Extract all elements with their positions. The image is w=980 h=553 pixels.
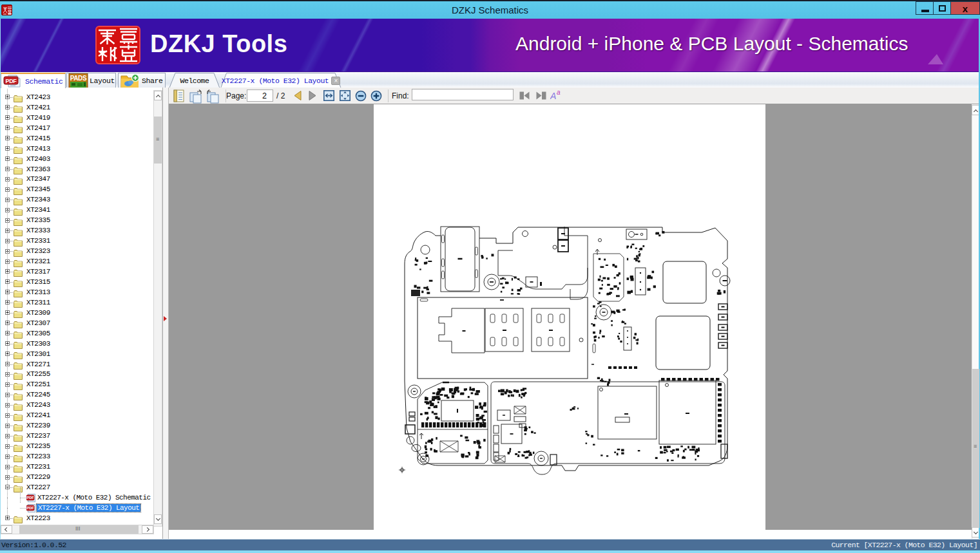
svg-text:A: A: [550, 91, 556, 101]
svg-text:PDF: PDF: [26, 506, 34, 510]
svg-text:PADS: PADS: [70, 75, 87, 82]
svg-text:PDF: PDF: [26, 496, 34, 500]
svg-text:PDF: PDF: [6, 78, 17, 84]
svg-text:a: a: [557, 89, 561, 96]
